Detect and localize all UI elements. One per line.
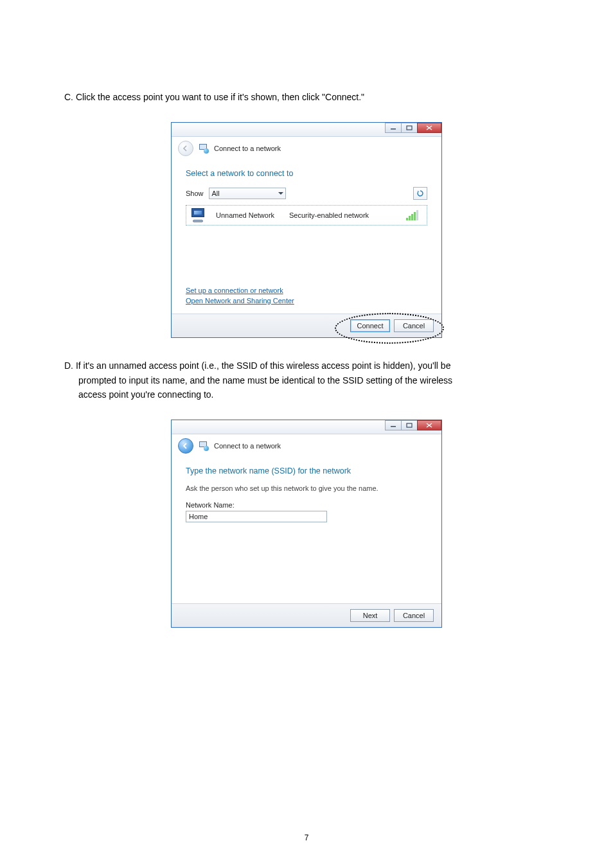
dialog-select-network: Connect to a network Select a network to… bbox=[171, 122, 442, 338]
maximize-button[interactable] bbox=[401, 420, 418, 430]
network-name-label: Network Name: bbox=[186, 501, 427, 509]
network-name: Unnamed Network bbox=[216, 211, 280, 219]
link-setup-connection[interactable]: Set up a connection or network bbox=[186, 286, 427, 296]
svg-rect-3 bbox=[407, 423, 412, 427]
refresh-button[interactable] bbox=[413, 187, 427, 200]
step-c-body: Click the access point you want to use i… bbox=[76, 92, 364, 102]
back-button[interactable] bbox=[178, 438, 193, 454]
step-c-text: C. Click the access point you want to us… bbox=[64, 90, 549, 104]
network-icon bbox=[199, 441, 209, 451]
network-list-item[interactable]: Unnamed Network Security-enabled network bbox=[186, 205, 427, 226]
step-d-line3: access point you're connecting to. bbox=[78, 389, 213, 400]
chevron-down-icon bbox=[276, 188, 285, 199]
network-icon bbox=[199, 143, 209, 154]
nav-row: Connect to a network bbox=[172, 434, 441, 457]
button-bar: Connect Cancel bbox=[172, 314, 441, 337]
window-titlebar bbox=[172, 420, 441, 434]
maximize-button[interactable] bbox=[401, 123, 418, 133]
dialog-type-ssid: Connect to a network Type the network na… bbox=[171, 420, 442, 628]
link-sharing-center[interactable]: Open Network and Sharing Center bbox=[186, 296, 427, 306]
network-type: Security-enabled network bbox=[289, 211, 397, 219]
network-name-value: Home bbox=[189, 513, 208, 520]
svg-rect-2 bbox=[391, 426, 396, 427]
window-titlebar bbox=[172, 123, 441, 137]
dialog-hint: Ask the person who set up this network t… bbox=[186, 484, 427, 492]
cancel-button[interactable]: Cancel bbox=[394, 609, 434, 622]
back-button[interactable] bbox=[178, 141, 193, 156]
next-button[interactable]: Next bbox=[350, 609, 390, 622]
dialog-heading: Select a network to connect to bbox=[186, 169, 427, 178]
svg-rect-0 bbox=[391, 128, 396, 130]
connect-button[interactable]: Connect bbox=[350, 319, 390, 332]
show-dropdown[interactable]: All bbox=[209, 188, 286, 199]
minimize-button[interactable] bbox=[385, 123, 402, 133]
button-bar: Next Cancel bbox=[172, 603, 441, 627]
step-d-line1: If it's an unnamed access point (i.e., t… bbox=[76, 360, 451, 371]
step-d-text: D. If it's an unnamed access point (i.e.… bbox=[64, 359, 549, 402]
dialog-title: Connect to a network bbox=[214, 442, 281, 450]
show-dropdown-value: All bbox=[212, 190, 276, 197]
show-label: Show bbox=[186, 190, 204, 197]
close-button[interactable] bbox=[417, 123, 441, 133]
step-d-letter: D. bbox=[64, 360, 73, 371]
page-number: 7 bbox=[0, 833, 613, 842]
dialog-title: Connect to a network bbox=[214, 145, 281, 152]
svg-rect-1 bbox=[407, 126, 412, 130]
step-c-letter: C. bbox=[64, 92, 73, 102]
nav-row: Connect to a network bbox=[172, 137, 441, 160]
dialog-heading: Type the network name (SSID) for the net… bbox=[186, 466, 427, 475]
close-button[interactable] bbox=[417, 420, 441, 430]
signal-icon bbox=[406, 210, 420, 220]
cancel-button[interactable]: Cancel bbox=[394, 319, 434, 332]
computer-icon bbox=[190, 208, 207, 222]
network-name-input[interactable]: Home bbox=[186, 511, 327, 522]
step-d-line2: prompted to input its name, and the name… bbox=[78, 375, 452, 385]
minimize-button[interactable] bbox=[385, 420, 402, 430]
